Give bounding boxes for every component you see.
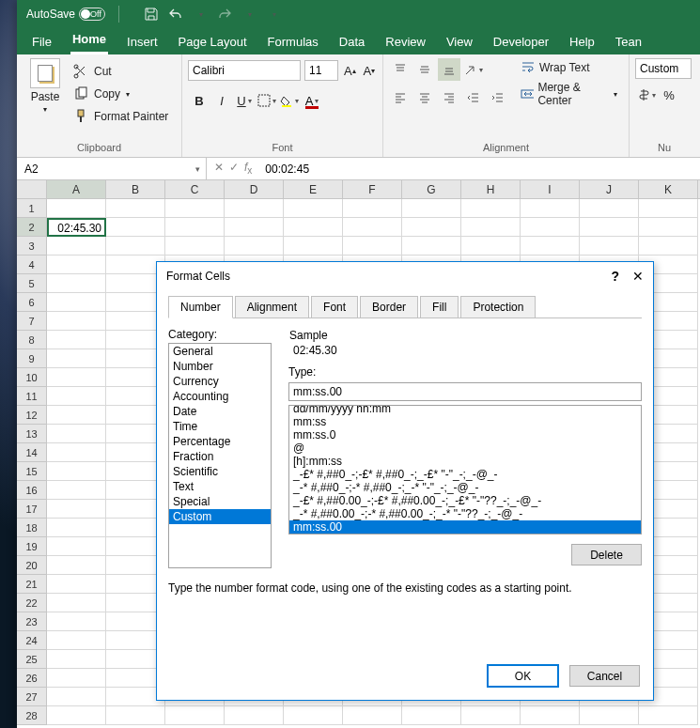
- qat-customize[interactable]: [264, 5, 283, 23]
- cell[interactable]: [47, 519, 106, 537]
- cancel-icon[interactable]: ✕: [214, 161, 224, 176]
- align-left[interactable]: [389, 86, 412, 109]
- format-painter-button[interactable]: Format Painter: [70, 107, 172, 126]
- category-option[interactable]: Special: [169, 494, 271, 509]
- cell[interactable]: [225, 218, 284, 237]
- cell[interactable]: [225, 199, 284, 218]
- paste-button[interactable]: [30, 58, 60, 88]
- cut-button[interactable]: Cut: [70, 62, 172, 81]
- cell[interactable]: [47, 688, 106, 706]
- cell[interactable]: [47, 256, 106, 274]
- col-header[interactable]: G: [402, 180, 461, 198]
- row-header[interactable]: 23: [17, 612, 47, 631]
- cell[interactable]: [402, 237, 461, 256]
- cell[interactable]: [47, 425, 106, 443]
- category-option[interactable]: Number: [169, 359, 271, 374]
- category-option[interactable]: General: [169, 344, 271, 359]
- row-header[interactable]: 4: [17, 256, 47, 274]
- cell[interactable]: [521, 706, 580, 725]
- cell[interactable]: [402, 218, 461, 237]
- shrink-font[interactable]: A▾: [362, 59, 378, 82]
- align-middle[interactable]: [413, 58, 436, 81]
- row-header[interactable]: 20: [17, 556, 47, 575]
- cell[interactable]: [47, 312, 106, 331]
- row-header[interactable]: 8: [17, 331, 47, 349]
- cell[interactable]: [639, 706, 698, 725]
- cell[interactable]: [47, 500, 106, 519]
- cell[interactable]: [106, 199, 165, 218]
- cell[interactable]: [47, 406, 106, 425]
- dialog-tab-protection[interactable]: Protection: [460, 296, 536, 318]
- increase-indent[interactable]: [487, 86, 509, 109]
- save-icon[interactable]: [142, 5, 161, 23]
- dialog-tab-number[interactable]: Number: [168, 296, 233, 318]
- type-option[interactable]: _-* #,##0.00_-;-* #,##0.00_-;_-* "-"??_-…: [289, 507, 641, 520]
- percent-button[interactable]: %: [658, 84, 680, 106]
- font-size-select[interactable]: [304, 60, 338, 81]
- formula-input[interactable]: [259, 163, 700, 176]
- cell[interactable]: [284, 237, 343, 256]
- category-option[interactable]: Accounting: [169, 389, 271, 404]
- row-header[interactable]: 9: [17, 349, 47, 368]
- font-color-button[interactable]: A: [301, 89, 323, 112]
- merge-center-button[interactable]: Merge & Center ▾: [515, 79, 623, 109]
- cell[interactable]: [580, 706, 639, 725]
- dialog-tab-font[interactable]: Font: [311, 296, 358, 318]
- row-header[interactable]: 5: [17, 274, 47, 293]
- cell[interactable]: [343, 237, 402, 256]
- tab-page-layout[interactable]: Page Layout: [177, 31, 249, 54]
- italic-button[interactable]: I: [210, 89, 233, 112]
- cell[interactable]: [47, 612, 106, 631]
- col-header[interactable]: I: [521, 180, 580, 198]
- cell[interactable]: [461, 218, 521, 237]
- cell[interactable]: [165, 237, 225, 256]
- paste-dropdown[interactable]: ▾: [43, 105, 47, 114]
- cell[interactable]: [461, 199, 521, 218]
- fx-icon[interactable]: fx: [244, 161, 252, 176]
- autosave-toggle[interactable]: AutoSave Off: [26, 8, 101, 21]
- tab-developer[interactable]: Developer: [491, 31, 551, 54]
- cell[interactable]: [47, 199, 106, 218]
- cell[interactable]: [225, 237, 284, 256]
- font-name-select[interactable]: [188, 60, 301, 81]
- cell[interactable]: [580, 237, 639, 256]
- tab-data[interactable]: Data: [337, 31, 366, 54]
- align-right[interactable]: [438, 86, 460, 109]
- align-top[interactable]: [389, 58, 412, 81]
- cell[interactable]: [343, 199, 402, 218]
- cell[interactable]: [47, 650, 106, 669]
- cell[interactable]: [47, 594, 106, 612]
- col-header[interactable]: E: [284, 180, 343, 198]
- row-header[interactable]: 13: [17, 425, 47, 443]
- cell[interactable]: [47, 481, 106, 500]
- cell[interactable]: [639, 199, 698, 218]
- cell[interactable]: [521, 199, 580, 218]
- cell[interactable]: 02:45.30: [47, 218, 106, 237]
- grow-font[interactable]: A▴: [342, 59, 358, 82]
- number-format-select[interactable]: [635, 58, 692, 79]
- category-option[interactable]: Percentage: [169, 434, 271, 449]
- cell[interactable]: [639, 218, 698, 237]
- cell[interactable]: [284, 199, 343, 218]
- cell[interactable]: [47, 575, 106, 594]
- cell[interactable]: [47, 274, 106, 293]
- cell[interactable]: [106, 706, 165, 725]
- col-header[interactable]: A: [47, 180, 106, 198]
- cell[interactable]: [343, 218, 402, 237]
- col-header[interactable]: B: [106, 180, 165, 198]
- row-header[interactable]: 1: [17, 199, 47, 218]
- ok-button[interactable]: OK: [488, 665, 558, 687]
- cell[interactable]: [47, 631, 106, 650]
- cell[interactable]: [47, 349, 106, 368]
- row-header[interactable]: 24: [17, 631, 47, 650]
- row-header[interactable]: 28: [17, 706, 47, 725]
- row-header[interactable]: 26: [17, 669, 47, 688]
- category-listbox[interactable]: GeneralNumberCurrencyAccountingDateTimeP…: [168, 343, 272, 568]
- cell[interactable]: [461, 237, 521, 256]
- col-header[interactable]: C: [165, 180, 225, 198]
- tab-help[interactable]: Help: [568, 31, 597, 54]
- row-header[interactable]: 16: [17, 481, 47, 500]
- redo-dropdown[interactable]: [240, 5, 258, 23]
- cell[interactable]: [521, 237, 580, 256]
- borders-button[interactable]: [256, 89, 278, 112]
